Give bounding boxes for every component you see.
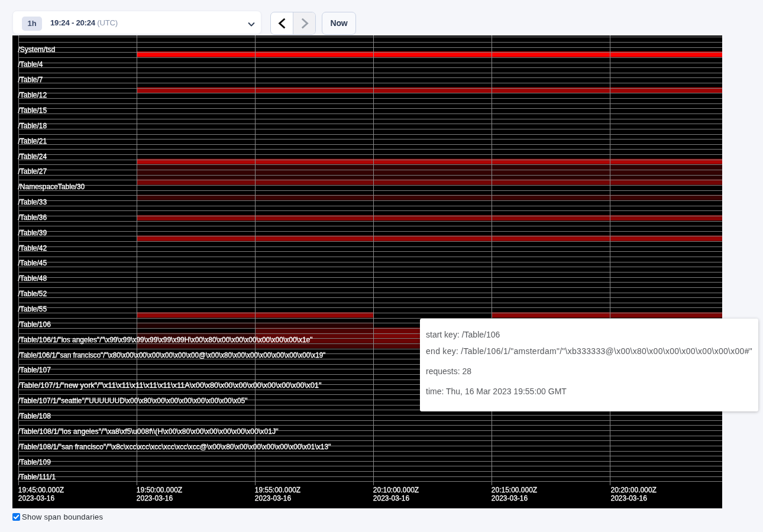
svg-text:/Table/55: /Table/55 [18,305,47,313]
svg-text:/Table/39: /Table/39 [18,229,47,237]
svg-text:19:45:00.000Z: 19:45:00.000Z [18,486,64,494]
svg-text:/NamespaceTable/30: /NamespaceTable/30 [18,183,85,191]
svg-text:/Table/33: /Table/33 [18,198,47,206]
svg-text:/Table/108/1/"los angeles"/"\x: /Table/108/1/"los angeles"/"\xa8\xf5\u00… [18,427,279,436]
svg-text:2023-03-16: 2023-03-16 [373,494,410,502]
svg-text:19:50:00.000Z: 19:50:00.000Z [137,486,182,494]
svg-text:2023-03-16: 2023-03-16 [255,494,292,502]
svg-text:/Table/4: /Table/4 [18,60,43,69]
svg-text:/Table/15: /Table/15 [18,106,47,115]
svg-text:/Table/106: /Table/106 [18,320,51,329]
svg-text:/Table/7: /Table/7 [18,76,43,84]
svg-text:2023-03-16: 2023-03-16 [137,494,173,502]
svg-text:20:10:00.000Z: 20:10:00.000Z [373,486,419,494]
svg-text:/Table/108: /Table/108 [18,412,51,420]
svg-text:2023-03-16: 2023-03-16 [18,494,55,502]
svg-text:/Table/21: /Table/21 [18,137,47,145]
svg-text:/Table/27: /Table/27 [18,167,47,176]
svg-text:/Table/42: /Table/42 [18,244,47,252]
svg-text:20:20:00.000Z: 20:20:00.000Z [611,486,657,494]
svg-text:/Table/111/1: /Table/111/1 [18,473,56,481]
svg-text:/Table/52: /Table/52 [18,290,47,298]
svg-text:2023-03-16: 2023-03-16 [492,494,528,502]
svg-text:/Table/107: /Table/107 [18,366,51,374]
svg-text:/Table/106/1/"los angeles"/"\x: /Table/106/1/"los angeles"/"\x99\x99\x99… [18,336,313,344]
svg-text:/Table/109: /Table/109 [18,458,51,466]
svg-text:/Table/12: /Table/12 [18,91,47,99]
svg-text:/Table/36: /Table/36 [18,213,47,222]
svg-text:/Table/24: /Table/24 [18,153,47,161]
svg-text:2023-03-16: 2023-03-16 [611,494,648,502]
svg-text:/Table/107/1/"seattle"/"UUUUUU: /Table/107/1/"seattle"/"UUUUUUD\x00\x80\… [18,397,248,405]
svg-text:/Table/107/1/"new york"/"\x11\: /Table/107/1/"new york"/"\x11\x11\x11\x1… [18,381,322,390]
svg-text:/Table/108/1/"san francisco"/": /Table/108/1/"san francisco"/"\x8c\xcc\x… [18,443,331,451]
svg-text:/System/tsd: /System/tsd [18,46,56,54]
svg-text:/Table/18: /Table/18 [18,122,47,130]
svg-text:/Table/45: /Table/45 [18,259,47,267]
svg-text:/Table/48: /Table/48 [18,274,47,283]
svg-text:/Table/106/1/"san francisco"/": /Table/106/1/"san francisco"/"\x80\x00\x… [18,351,326,359]
svg-text:20:15:00.000Z: 20:15:00.000Z [492,486,537,494]
svg-text:19:55:00.000Z: 19:55:00.000Z [255,486,300,494]
